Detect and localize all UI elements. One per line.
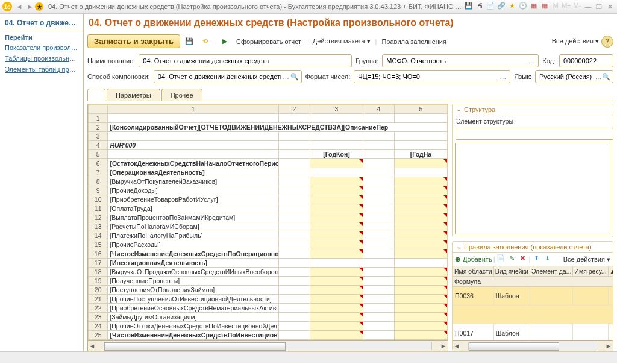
play-icon[interactable]: ▶ xyxy=(218,35,231,48)
tab-other[interactable]: Прочее xyxy=(161,89,202,101)
numfmt-picker-icon[interactable]: … xyxy=(498,73,507,80)
layout-input[interactable] xyxy=(157,72,282,81)
layout-search-icon[interactable]: 🔍 xyxy=(290,73,299,81)
page-title: 04. Отчет о движении денежных средств (Н… xyxy=(87,14,613,33)
m-minus-icon[interactable]: M- xyxy=(572,2,582,11)
rules-row[interactable]: П0036Шаблон xyxy=(453,287,613,306)
rules-h-scrollbar[interactable]: ◄ ► xyxy=(453,340,613,351)
save-button[interactable]: 💾 xyxy=(183,35,196,48)
code-input[interactable] xyxy=(562,57,610,65)
h-scrollbar[interactable]: ◄ ► xyxy=(88,340,448,351)
group-label: Группа: xyxy=(355,57,378,64)
collapse-icon[interactable]: ⌄ xyxy=(456,105,462,113)
help-icon[interactable]: ? xyxy=(601,36,613,48)
move-up-icon[interactable]: ⬆ xyxy=(531,254,541,264)
link-icon[interactable]: 🔗 xyxy=(496,2,506,11)
main: 04. Отчет о движении денежных средств (Н… xyxy=(84,14,617,351)
rules-title: Правила заполнения (показатели отчета) xyxy=(464,243,592,251)
sidebar-link-1[interactable]: Таблицы произвольных о... xyxy=(0,53,83,64)
template-actions-button[interactable]: Действия макета ▾ xyxy=(310,37,373,45)
add-icon[interactable]: ⊕ xyxy=(455,256,460,263)
lang-label: Язык: xyxy=(514,73,531,80)
all-actions-button[interactable]: Все действия ▾ xyxy=(552,37,599,45)
rules-row[interactable]: П0017Шаблон xyxy=(453,324,613,341)
structure-element-label: Элемент структуры xyxy=(454,116,612,126)
titlebar: 1c ◄ ► ★ 04. Отчет о движении денежных с… xyxy=(0,0,617,14)
layout-label: Способ компоновки: xyxy=(87,73,150,80)
sidebar-link-2[interactable]: Элементы таблиц произв... xyxy=(0,64,83,75)
lang-picker-icon[interactable]: … xyxy=(595,73,602,80)
save-icon[interactable]: 💾 xyxy=(464,2,474,11)
statusbar xyxy=(0,351,617,363)
sidebar: 04. Отчет о движении... Перейти Показате… xyxy=(0,14,84,351)
calc-icon[interactable]: ▦ xyxy=(529,2,539,11)
history-icon[interactable]: 🕑 xyxy=(518,2,528,11)
maximize-icon[interactable]: ❐ xyxy=(594,2,604,11)
numfmt-label: Формат чисел: xyxy=(305,73,351,80)
minimize-icon[interactable]: — xyxy=(583,2,593,11)
tab-params[interactable]: Параметры xyxy=(107,89,160,101)
rules-panel: ⌄Правила заполнения (показатели отчета) … xyxy=(452,241,613,351)
rules-all-actions[interactable]: Все действия ▾ xyxy=(563,256,610,263)
structure-element-input[interactable] xyxy=(456,128,613,140)
layout-picker-icon[interactable]: … xyxy=(282,73,290,80)
structure-title: Структура xyxy=(464,106,495,113)
lang-input[interactable] xyxy=(538,72,595,81)
lang-search-icon[interactable]: 🔍 xyxy=(602,73,610,81)
scroll-left-icon[interactable]: ◄ xyxy=(88,342,96,350)
move-down-icon[interactable]: ⬇ xyxy=(542,254,552,264)
nav-fwd-icon[interactable]: ► xyxy=(25,2,35,11)
refresh-button[interactable]: ⟲ xyxy=(198,35,211,48)
name-input[interactable] xyxy=(142,57,349,65)
numfmt-input[interactable] xyxy=(357,72,498,81)
spreadsheet[interactable]: 1234512[КонсолидированныйОтчет][ОТЧЕТОДВ… xyxy=(87,104,448,351)
close-icon[interactable]: ✕ xyxy=(605,2,615,11)
doc-icon[interactable]: 📄 xyxy=(486,2,495,11)
sidebar-nav-header: Перейти xyxy=(0,30,83,42)
star-icon[interactable]: ★ xyxy=(507,2,517,11)
name-label: Наименование: xyxy=(87,57,135,64)
favorite-icon[interactable]: ★ xyxy=(35,2,43,11)
window-title: 04. Отчет о движении денежных средств (Н… xyxy=(45,3,463,10)
structure-list[interactable] xyxy=(455,143,610,234)
collapse-icon[interactable]: ⌄ xyxy=(456,243,462,251)
code-label: Код: xyxy=(542,57,556,64)
delete-icon[interactable]: ✖ xyxy=(518,254,527,264)
grid-icon[interactable]: ▦ xyxy=(540,2,550,11)
structure-panel: ⌄Структура Элемент структуры xyxy=(452,104,613,237)
nav-back-icon[interactable]: ◄ xyxy=(14,2,24,11)
m-plus-icon[interactable]: M+ xyxy=(562,2,571,11)
save-close-button[interactable]: Записать и закрыть xyxy=(87,34,180,48)
add-button[interactable]: Добавить xyxy=(463,256,492,263)
fill-rules-button[interactable]: Правила заполнения xyxy=(379,38,449,45)
tabs: Параметры Прочее xyxy=(87,88,613,101)
group-input[interactable] xyxy=(385,57,527,65)
sidebar-tab-title[interactable]: 04. Отчет о движении... xyxy=(0,16,83,30)
m-icon[interactable]: M xyxy=(551,2,560,11)
toolbar: Записать и закрыть 💾 ⟲ | ▶ Сформировать … xyxy=(87,33,613,53)
tab-maket[interactable] xyxy=(87,89,105,101)
group-picker-icon[interactable]: … xyxy=(527,57,536,64)
form-report-button[interactable]: Сформировать отчет xyxy=(234,38,304,45)
edit-icon[interactable]: ✎ xyxy=(507,254,516,264)
copy-icon[interactable]: 📄 xyxy=(496,254,506,264)
app-orb-icon: 1c xyxy=(2,2,12,11)
sidebar-link-0[interactable]: Показатели произвольны... xyxy=(0,42,83,53)
print-icon[interactable]: 🖨 xyxy=(475,2,484,11)
scroll-right-icon[interactable]: ► xyxy=(439,342,448,350)
